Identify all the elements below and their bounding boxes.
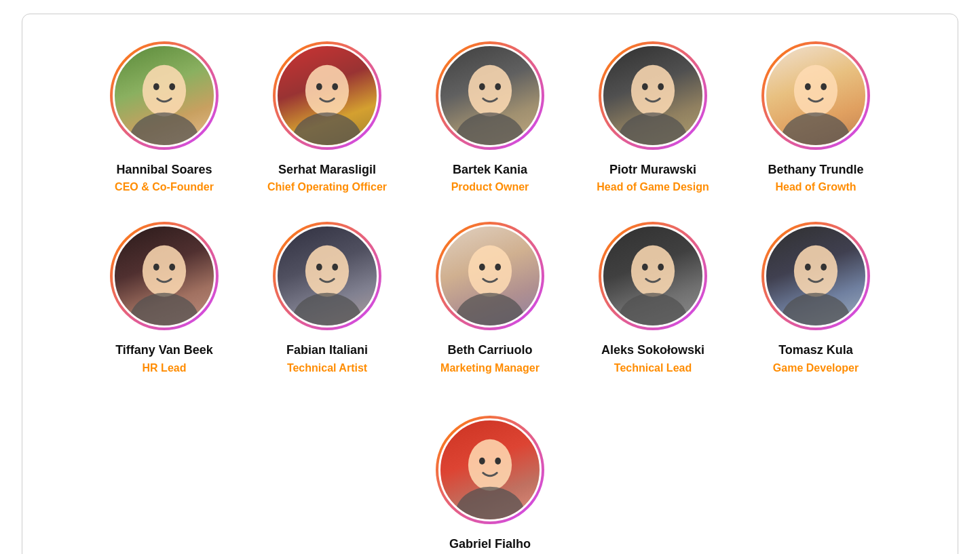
svg-point-24: [305, 245, 349, 297]
member-name: Tomasz Kula: [778, 342, 853, 358]
svg-point-28: [468, 245, 512, 297]
svg-point-42: [495, 458, 501, 464]
svg-point-17: [805, 83, 811, 90]
svg-point-18: [821, 83, 827, 90]
member-name: Beth Carriuolo: [447, 342, 532, 358]
member-role: HR Lead: [143, 361, 187, 376]
team-member-beth: Beth CarriuoloMarketing Manager: [429, 222, 551, 375]
svg-point-5: [316, 83, 322, 90]
team-member-aleks: Aleks SokołowskiTechnical Lead: [592, 222, 714, 375]
member-role: Chief Operating Officer: [267, 180, 387, 195]
svg-point-7: [293, 113, 362, 145]
avatar-image: [440, 226, 540, 325]
svg-point-43: [455, 487, 525, 519]
avatar: [113, 224, 216, 328]
avatar: [601, 44, 704, 147]
member-role: Head of Growth: [775, 180, 856, 195]
svg-point-31: [455, 293, 525, 325]
svg-point-29: [479, 264, 485, 271]
svg-point-27: [293, 293, 362, 325]
team-member-bartek: Bartek KaniaProduct Owner: [429, 41, 551, 195]
team-member-tomasz: Tomasz KulaGame Developer: [755, 222, 877, 375]
svg-point-4: [305, 65, 349, 117]
avatar-image: [766, 226, 865, 325]
member-role: Technical Artist: [287, 361, 367, 376]
member-name: Aleks Sokołowski: [601, 342, 704, 358]
svg-point-2: [169, 83, 175, 90]
avatar-wrapper: [761, 41, 870, 150]
svg-point-1: [153, 83, 159, 90]
member-name: Gabriel Fialho: [449, 536, 531, 552]
avatar-wrapper: [273, 41, 381, 150]
svg-point-3: [130, 113, 199, 145]
avatar-image: [115, 226, 214, 325]
avatar: [276, 224, 379, 328]
avatar-image: [278, 226, 377, 325]
svg-point-32: [631, 245, 675, 297]
member-name: Fabian Italiani: [286, 342, 368, 358]
svg-point-30: [495, 264, 501, 271]
member-role: Product Owner: [451, 180, 529, 195]
avatar: [438, 44, 542, 147]
avatar-wrapper: [110, 222, 219, 330]
member-role: Game Developer: [773, 361, 859, 376]
avatar: [438, 224, 542, 328]
avatar-wrapper: [599, 222, 707, 330]
member-name: Hannibal Soares: [116, 162, 212, 178]
svg-point-19: [781, 113, 850, 145]
svg-point-34: [658, 264, 664, 271]
avatar-wrapper: [436, 222, 544, 330]
avatar-image: [766, 46, 865, 145]
avatar-wrapper: [761, 222, 870, 330]
member-role: Technical Lead: [614, 361, 692, 376]
avatar-image: [440, 46, 540, 145]
team-member-gabriel: Gabriel FialhoSr. Developer: [429, 416, 551, 554]
svg-point-37: [805, 264, 811, 271]
svg-point-36: [794, 245, 837, 297]
avatar: [764, 44, 867, 147]
svg-point-10: [495, 83, 501, 90]
avatar: [438, 418, 542, 521]
svg-point-23: [130, 293, 199, 325]
member-name: Piotr Murawski: [609, 162, 696, 178]
member-role: CEO & Co-Founder: [115, 180, 214, 195]
team-member-fabian: Fabian ItalianiTechnical Artist: [266, 222, 388, 375]
team-member-tiffany: Tiffany Van BeekHR Lead: [103, 222, 225, 375]
svg-point-6: [332, 83, 338, 90]
team-member-serhat: Serhat MarasligilChief Operating Officer: [266, 41, 388, 195]
avatar-wrapper: [110, 41, 219, 150]
member-role: Head of Game Design: [597, 180, 709, 195]
avatar-wrapper: [599, 41, 707, 150]
svg-point-39: [781, 293, 850, 325]
svg-point-26: [332, 264, 338, 271]
svg-point-35: [618, 293, 687, 325]
member-role: Marketing Manager: [440, 361, 540, 376]
team-row-2: Tiffany Van BeekHR LeadFabian ItalianiTe…: [63, 222, 917, 554]
svg-point-33: [642, 264, 648, 271]
svg-point-16: [794, 65, 837, 117]
svg-point-0: [143, 65, 186, 117]
avatar: [276, 44, 379, 147]
member-name: Bethany Trundle: [768, 162, 863, 178]
member-name: Bartek Kania: [453, 162, 527, 178]
svg-point-11: [455, 113, 525, 145]
team-member-piotr: Piotr MurawskiHead of Game Design: [592, 41, 714, 195]
avatar-wrapper: [273, 222, 381, 330]
svg-point-21: [153, 264, 159, 271]
svg-point-15: [618, 113, 687, 145]
svg-point-41: [479, 458, 485, 464]
avatar: [601, 224, 704, 328]
avatar-image: [440, 420, 540, 519]
svg-point-38: [821, 264, 827, 271]
member-name: Tiffany Van Beek: [115, 342, 213, 358]
team-grid: Hannibal SoaresCEO & Co-FounderSerhat Ma…: [63, 41, 917, 554]
team-row-1: Hannibal SoaresCEO & Co-FounderSerhat Ma…: [63, 41, 917, 195]
avatar-image: [603, 46, 702, 145]
member-name: Serhat Marasligil: [278, 162, 376, 178]
svg-point-22: [169, 264, 175, 271]
svg-point-40: [468, 439, 512, 491]
team-section: Hannibal SoaresCEO & Co-FounderSerhat Ma…: [22, 14, 958, 554]
svg-point-13: [642, 83, 648, 90]
avatar-image: [603, 226, 702, 325]
svg-point-12: [631, 65, 675, 117]
